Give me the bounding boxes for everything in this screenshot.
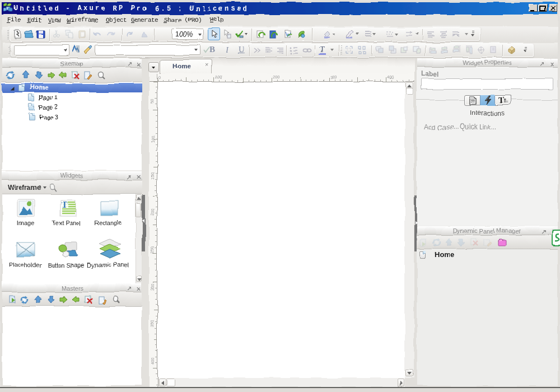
svg-text:T: T bbox=[61, 200, 67, 209]
svg-text:T: T bbox=[499, 96, 505, 105]
